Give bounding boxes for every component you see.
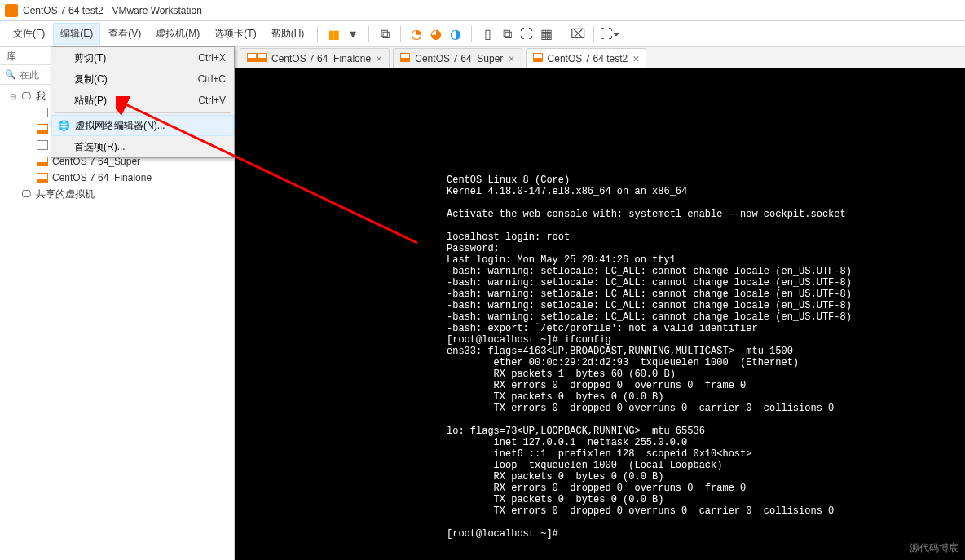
menu-virtual-network-editor[interactable]: 🌐 虚拟网络编辑器(N)...: [51, 115, 234, 136]
menu-label: 虚拟网络编辑器(N)...: [75, 119, 165, 133]
clock3-icon[interactable]: ◑: [447, 25, 465, 43]
snapshot-icon[interactable]: ⧉: [376, 25, 394, 43]
close-icon[interactable]: ×: [376, 52, 382, 65]
tree-shared[interactable]: 🖵 共享的虚拟机: [2, 186, 232, 202]
content: CentOS 7 64_Finalone × CentOS 7 64_Super…: [235, 47, 965, 560]
vm-on-icon: [36, 156, 49, 167]
menu-divider: [55, 112, 231, 113]
menu-vm[interactable]: 虚拟机(M): [149, 24, 206, 44]
menu-shortcut: Ctrl+X: [198, 52, 226, 64]
tabbar: CentOS 7 64_Finalone × CentOS 7 64_Super…: [235, 47, 965, 68]
menu-shortcut: Ctrl+V: [198, 95, 226, 106]
separator: [593, 26, 594, 42]
close-icon[interactable]: ×: [508, 52, 514, 65]
pause-button[interactable]: ▮▮: [324, 25, 342, 43]
edit-menu-dropdown: 剪切(T) Ctrl+X 复制(C) Ctrl+C 粘贴(P) Ctrl+V 🌐…: [51, 46, 235, 158]
menubar: 文件(F) 编辑(E) 查看(V) 虚拟机(M) 选项卡(T) 帮助(H) ▮▮…: [0, 21, 965, 47]
tab-test2[interactable]: CentOS 7 64 test2 ×: [526, 48, 647, 68]
window-title: CentOS 7 64 test2 - VMware Workstation: [23, 5, 202, 16]
menu-label: 粘贴(P): [74, 94, 107, 108]
tab-finalone[interactable]: CentOS 7 64_Finalone ×: [240, 48, 390, 68]
tree-item-label: CentOS 7 64_Finalone: [52, 172, 152, 183]
tab-label: CentOS 7 64_Super: [415, 53, 503, 64]
tree-vm-item[interactable]: CentOS 7 64_Finalone: [2, 170, 232, 186]
menu-edit[interactable]: 编辑(E): [53, 23, 100, 45]
menu-cut[interactable]: 剪切(T) Ctrl+X: [51, 47, 234, 68]
app-logo-icon: [5, 4, 18, 17]
vm-on-icon: [533, 53, 543, 64]
tree-shared-label: 共享的虚拟机: [36, 187, 95, 201]
vm-on-icon: [36, 123, 49, 134]
clock1-icon[interactable]: ◔: [408, 25, 425, 43]
globe-icon: 🌐: [57, 120, 70, 131]
host-icon: 🖵: [20, 90, 33, 102]
menu-label: 复制(C): [74, 73, 108, 86]
vm-off-icon: [36, 139, 49, 151]
menu-shortcut: Ctrl+C: [198, 73, 226, 85]
tree-root-label: 我: [36, 90, 46, 104]
tab-label: CentOS 7 64 test2: [548, 53, 628, 64]
menu-paste[interactable]: 粘贴(P) Ctrl+V: [51, 90, 234, 111]
menu-file[interactable]: 文件(F): [7, 24, 51, 44]
menu-tabs[interactable]: 选项卡(T): [208, 24, 262, 44]
menu-label: 剪切(T): [74, 51, 106, 65]
view1-icon[interactable]: ▯: [478, 25, 496, 43]
separator: [471, 26, 472, 42]
separator: [400, 26, 401, 42]
menu-help[interactable]: 帮助(H): [265, 24, 311, 44]
separator: [317, 26, 318, 42]
separator: [368, 26, 369, 42]
menu-preferences[interactable]: 首选项(R)...: [51, 136, 234, 157]
view4-icon[interactable]: ▦: [537, 25, 555, 43]
dropdown-icon[interactable]: ▾: [344, 25, 362, 43]
separator: [562, 26, 562, 42]
terminal[interactable]: CentOS Linux 8 (Core) Kernel 4.18.0-147.…: [235, 68, 965, 560]
view3-icon[interactable]: ⛶: [518, 25, 535, 43]
menu-label: 首选项(R)...: [74, 140, 126, 154]
tab-super[interactable]: CentOS 7 64_Super ×: [393, 48, 522, 68]
console-icon[interactable]: ⌧: [569, 25, 587, 43]
menu-copy[interactable]: 复制(C) Ctrl+C: [51, 68, 234, 90]
vm-on-icon: [36, 172, 49, 183]
close-icon[interactable]: ×: [632, 52, 639, 65]
watermark: 源代码博宸: [910, 541, 958, 555]
search-icon: 🔍: [5, 69, 16, 80]
fullscreen-icon[interactable]: ⛶▾: [601, 25, 619, 43]
tab-label: CentOS 7 64_Finalone: [271, 53, 371, 64]
vm-on-icon: [247, 53, 267, 64]
expand-icon[interactable]: ⊟: [10, 92, 20, 101]
vm-on-icon: [400, 53, 410, 64]
clock2-icon[interactable]: ◕: [427, 25, 445, 43]
view2-icon[interactable]: ⧉: [498, 25, 516, 43]
shared-icon: 🖵: [20, 188, 33, 200]
menu-view[interactable]: 查看(V): [102, 24, 148, 44]
vm-off-icon: [36, 107, 49, 118]
titlebar: CentOS 7 64 test2 - VMware Workstation: [0, 0, 965, 21]
